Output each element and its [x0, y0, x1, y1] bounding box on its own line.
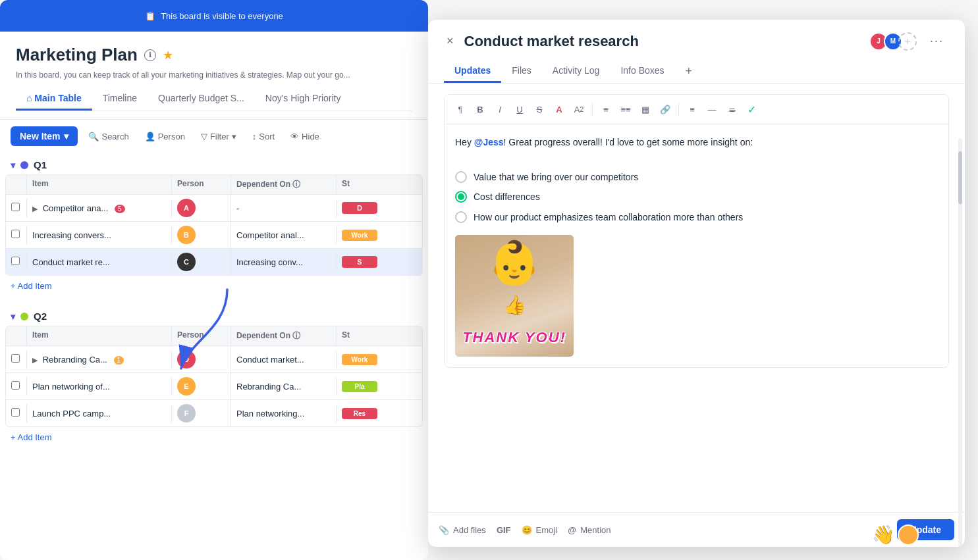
row-checkbox[interactable] — [6, 199, 27, 217]
filter-button[interactable]: ▽ Filter ▾ — [196, 128, 242, 145]
emoji-icon: 😊 — [522, 525, 532, 535]
gif-image: 👶 👍 THANK YOU! — [455, 235, 574, 357]
q1-collapse-icon[interactable]: ▾ — [11, 160, 15, 170]
filter-chevron-icon: ▾ — [232, 132, 236, 141]
row-item-name[interactable]: ▶ Rebranding Ca... 1 — [27, 351, 172, 369]
add-files-button[interactable]: 📎 Add files — [439, 525, 486, 535]
tool-clear-format[interactable]: ≡̶ — [722, 100, 741, 118]
row-dependent-on: Plan networking... — [231, 405, 337, 422]
tab-timeline[interactable]: Timeline — [92, 88, 148, 111]
search-button[interactable]: 🔍 Search — [83, 128, 134, 145]
tool-align[interactable]: ≡ — [683, 100, 701, 118]
row-person: F — [172, 400, 231, 426]
new-item-button[interactable]: New Item ▾ — [11, 126, 78, 146]
th-dependent-on: Dependent On ⓘ — [231, 326, 337, 345]
row-item-name[interactable]: Conduct market re... — [27, 253, 172, 271]
star-icon[interactable]: ★ — [163, 48, 173, 63]
q1-table: Item Person Dependent On ⓘ St ▶ Competit… — [5, 174, 423, 276]
th-status: St — [337, 326, 383, 345]
sort-button[interactable]: ↕ Sort — [247, 128, 280, 145]
tool-strikethrough[interactable]: S — [530, 100, 549, 118]
filter-icon: ▽ — [201, 132, 207, 141]
row-status: S — [337, 252, 383, 272]
table-row: Plan networking of... E Rebranding Ca...… — [6, 373, 422, 400]
table-row: ▶ Competitor ana... 5 A - D — [6, 195, 422, 222]
mention-button[interactable]: @ Mention — [568, 525, 611, 535]
tab-activity-log[interactable]: Activity Log — [542, 60, 611, 83]
scroll-bar[interactable] — [958, 138, 962, 547]
tab-updates[interactable]: Updates — [444, 60, 501, 83]
row-checkbox[interactable] — [6, 404, 27, 422]
checkbox-3[interactable] — [455, 211, 467, 223]
info-icon[interactable]: ℹ — [144, 49, 156, 61]
q2-section-header: ▾ Q2 — [0, 304, 428, 326]
tab-quarterly-budget[interactable]: Quarterly Budget S... — [148, 88, 255, 111]
hide-button[interactable]: 👁 Hide — [285, 128, 325, 145]
q2-collapse-icon[interactable]: ▾ — [11, 311, 15, 322]
table-row: Launch PPC camp... F Plan networking... … — [6, 400, 422, 426]
tool-ordered-list[interactable]: ≡≡ — [616, 100, 635, 118]
table-row: ▶ Rebranding Ca... 1 D Conduct market...… — [6, 346, 422, 373]
row-status: Pla — [337, 377, 383, 396]
board-header: Marketing Plan ℹ ★ In this board, you ca… — [0, 32, 428, 120]
row-item-name[interactable]: Plan networking of... — [27, 378, 172, 395]
checklist-item-1: Value that we bring over our competitors — [455, 170, 938, 184]
board-title: Marketing Plan — [16, 45, 138, 65]
editor-content[interactable]: Hey @Jess! Great progress overall! I'd l… — [445, 124, 948, 367]
tool-table[interactable]: ▦ — [636, 100, 655, 118]
row-checkbox[interactable] — [6, 350, 27, 369]
tab-main-table[interactable]: ⌂ Main Table — [16, 88, 92, 111]
tab-info-boxes[interactable]: Info Boxes — [610, 60, 674, 83]
checklist-item-2: Cost differences — [455, 190, 938, 204]
row-status: Res — [337, 404, 383, 423]
at-icon: @ — [568, 525, 576, 535]
tool-separator[interactable]: — — [703, 100, 721, 118]
close-button[interactable]: × — [444, 32, 456, 51]
person-filter-button[interactable]: 👤 Person — [140, 128, 190, 145]
editor-container: ¶ B I U S A A2 ≡ ≡≡ ▦ 🔗 ≡ — ≡̶ ✓ — [444, 94, 949, 368]
row-item-name[interactable]: Increasing convers... — [27, 226, 172, 244]
tool-bold[interactable]: B — [471, 100, 489, 118]
wave-emoji: 👋 — [872, 524, 895, 546]
baby-emoji: 👶 — [488, 242, 541, 284]
th-person: Person — [172, 175, 231, 194]
q1-add-item[interactable]: + Add Item — [0, 276, 428, 296]
user-avatars: J M + — [869, 32, 917, 51]
tab-files[interactable]: Files — [501, 60, 542, 83]
row-checkbox[interactable] — [6, 226, 27, 244]
row-item-name[interactable]: ▶ Competitor ana... 5 — [27, 199, 172, 217]
checkbox-2[interactable] — [455, 191, 467, 203]
more-options-button[interactable]: ··· — [925, 32, 949, 51]
q2-add-item[interactable]: + Add Item — [0, 427, 428, 447]
tool-italic[interactable]: I — [491, 100, 509, 118]
table-row: Increasing convers... B Competitor anal.… — [6, 222, 422, 249]
q1-section-header: ▾ Q1 — [0, 153, 428, 174]
tool-paragraph[interactable]: ¶ — [451, 100, 470, 118]
tool-unordered-list[interactable]: ≡ — [597, 100, 615, 118]
th-dependent-on: Dependent On ⓘ — [231, 175, 337, 194]
checkbox-1[interactable] — [455, 171, 467, 183]
add-tab-button[interactable]: + — [680, 64, 698, 78]
add-user-button[interactable]: + — [898, 32, 917, 51]
tool-text-size[interactable]: A2 — [570, 100, 588, 118]
gif-text: THANK YOU! — [462, 326, 566, 349]
row-checkbox[interactable] — [6, 253, 27, 271]
row-person: D — [172, 346, 231, 372]
home-icon: ⌂ — [26, 93, 34, 103]
row-checkbox[interactable] — [6, 377, 27, 395]
mention-jess[interactable]: @Jess — [474, 137, 504, 147]
hide-icon: 👁 — [290, 132, 299, 141]
tab-high-priority[interactable]: Noy's High Priority — [255, 88, 352, 111]
row-item-name[interactable]: Launch PPC camp... — [27, 405, 172, 422]
board-description: In this board, you can keep track of all… — [16, 70, 412, 80]
gif-button[interactable]: GIF — [497, 525, 511, 535]
tool-check[interactable]: ✓ — [742, 100, 761, 118]
panel-header: × Conduct market research J M + ··· Upda… — [428, 20, 965, 84]
emoji-button[interactable]: 😊 Emoji — [522, 525, 558, 535]
tool-text-color[interactable]: A — [550, 100, 568, 118]
tool-underline[interactable]: U — [510, 100, 529, 118]
person-icon: 👤 — [145, 132, 155, 141]
scroll-thumb — [958, 151, 962, 204]
tool-link[interactable]: 🔗 — [656, 100, 674, 118]
panel-tabs: Updates Files Activity Log Info Boxes + — [444, 60, 949, 83]
